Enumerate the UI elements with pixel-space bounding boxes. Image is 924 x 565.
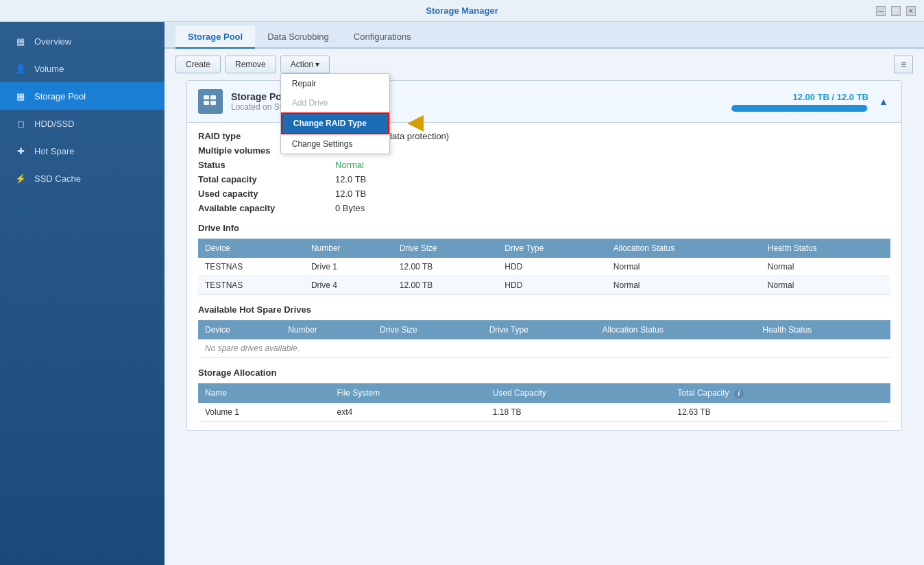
hdd-ssd-icon: ◻	[14, 117, 27, 130]
health-cell: Normal	[761, 258, 890, 276]
col-allocation-status: Allocation Status	[607, 239, 761, 258]
sa-col-filesystem: File System	[330, 383, 486, 403]
used-capacity-row: Used capacity 12.0 TB	[198, 189, 890, 199]
svg-rect-1	[204, 101, 209, 105]
used-capacity-cell: 1.18 TB	[486, 403, 670, 422]
hs-col-device: Device	[198, 320, 281, 339]
svg-rect-0	[204, 95, 209, 99]
sidebar-item-hdd-ssd[interactable]: ◻ HDD/SSD	[0, 110, 165, 137]
storage-pool-icon: ▦	[14, 89, 27, 103]
create-button[interactable]: Create	[175, 56, 221, 73]
pool-capacity-fill	[731, 105, 867, 112]
hs-col-number: Number	[281, 320, 373, 339]
list-view-button[interactable]: ≡	[894, 56, 913, 73]
tab-bar: Storage Pool Data Scrubbing Configuratio…	[165, 22, 924, 49]
tab-configurations[interactable]: Configurations	[341, 26, 424, 49]
svg-rect-3	[210, 101, 216, 105]
sa-col-used: Used Capacity	[486, 383, 670, 403]
total-capacity-label: Total capacity	[198, 174, 335, 184]
device-cell: TESTNAS	[198, 276, 304, 295]
title-bar: Storage Manager — ⬜ ✕	[0, 0, 924, 22]
total-capacity-info-icon[interactable]: i	[734, 389, 744, 398]
status-label: Status	[198, 160, 335, 170]
sidebar-item-hot-spare[interactable]: ✚ Hot Spare	[0, 137, 165, 165]
close-button[interactable]: ✕	[906, 6, 916, 16]
volume-icon: 👤	[14, 62, 27, 75]
drive-info-table: Device Number Drive Size Drive Type Allo…	[198, 239, 890, 295]
no-spare-row: No spare drives available.	[198, 339, 890, 358]
storage-allocation-table: Name File System Used Capacity Total Cap…	[198, 383, 890, 422]
restore-button[interactable]: ⬜	[891, 6, 901, 16]
sidebar-item-label: Volume	[34, 64, 64, 74]
table-row: TESTNAS Drive 4 12.00 TB HDD Normal Norm…	[198, 276, 890, 295]
main-content: Storage Pool Data Scrubbing Configuratio…	[165, 22, 924, 565]
col-number: Number	[304, 239, 393, 258]
table-row: Volume 1 ext4 1.18 TB 12.63 TB	[198, 403, 890, 422]
total-capacity-cell: 12.63 TB	[670, 403, 890, 422]
dropdown-item-change-raid-type[interactable]: Change RAID Type	[281, 112, 389, 134]
svg-rect-2	[210, 95, 216, 99]
pool-capacity-text: 12.00 TB / 12.0 TB	[731, 92, 868, 102]
sidebar-item-volume[interactable]: 👤 Volume	[0, 55, 165, 82]
col-drive-size: Drive Size	[393, 239, 498, 258]
available-capacity-value: 0 Bytes	[335, 203, 365, 213]
used-capacity-label: Used capacity	[198, 189, 335, 199]
tab-storage-pool[interactable]: Storage Pool	[175, 26, 255, 49]
remove-button[interactable]: Remove	[225, 56, 276, 73]
window-controls[interactable]: — ⬜ ✕	[876, 6, 916, 16]
dropdown-item-change-settings[interactable]: Change Settings	[281, 134, 389, 154]
toolbar-right: ≡	[894, 56, 913, 73]
sidebar-item-label: Overview	[34, 36, 71, 47]
hot-spare-table: Device Number Drive Size Drive Type Allo…	[198, 320, 890, 358]
drive-info-title: Drive Info	[198, 223, 890, 233]
type-cell: HDD	[498, 258, 607, 276]
action-button[interactable]: Action ▾	[280, 56, 330, 73]
size-cell: 12.00 TB	[393, 258, 498, 276]
pool-expand-button[interactable]: ▲	[877, 95, 890, 108]
sidebar-item-label: SSD Cache	[34, 173, 81, 184]
toolbar: Create Remove Action ▾ Repair Add Drive …	[165, 49, 924, 80]
pool-capacity-area: 12.00 TB / 12.0 TB	[731, 92, 868, 112]
scroll-area: Storage Pool 1 Located on Storage Pool 1…	[165, 80, 924, 565]
hs-col-drive-type: Drive Type	[483, 320, 596, 339]
col-drive-type: Drive Type	[498, 239, 607, 258]
sa-col-name: Name	[198, 383, 330, 403]
status-row: Status Normal	[198, 160, 890, 170]
hs-col-drive-size: Drive Size	[373, 320, 483, 339]
dropdown-item-add-drive: Add Drive	[281, 93, 389, 112]
col-device: Device	[198, 239, 304, 258]
available-capacity-label: Available capacity	[198, 203, 335, 213]
action-dropdown-container: Action ▾ Repair Add Drive Change RAID Ty…	[280, 56, 330, 73]
allocation-cell: Normal	[607, 276, 761, 295]
sidebar-item-overview[interactable]: ▦ Overview	[0, 27, 165, 55]
storage-allocation-title: Storage Allocation	[198, 368, 890, 378]
pool-capacity-bar	[731, 105, 868, 112]
device-cell: TESTNAS	[198, 258, 304, 276]
filesystem-cell: ext4	[330, 403, 486, 422]
type-cell: HDD	[498, 276, 607, 295]
total-capacity-row: Total capacity 12.0 TB	[198, 174, 890, 184]
no-spare-message: No spare drives available.	[198, 339, 890, 358]
col-health-status: Health Status	[761, 239, 890, 258]
hot-spare-title: Available Hot Spare Drives	[198, 304, 890, 315]
allocation-cell: Normal	[607, 258, 761, 276]
hs-col-health-status: Health Status	[755, 320, 890, 339]
overview-icon: ▦	[14, 34, 27, 48]
pool-details: RAID type RAID5 (With data protection) M…	[187, 123, 901, 430]
sidebar-item-label: Storage Pool	[34, 91, 86, 101]
status-value: Normal	[335, 160, 364, 170]
pool-icon	[198, 89, 223, 114]
dropdown-item-repair[interactable]: Repair	[281, 74, 389, 93]
available-capacity-row: Available capacity 0 Bytes	[198, 203, 890, 213]
app-title: Storage Manager	[426, 5, 498, 16]
sidebar-item-storage-pool[interactable]: ▦ Storage Pool	[0, 82, 165, 110]
sidebar-item-label: Hot Spare	[34, 146, 75, 156]
sidebar-item-ssd-cache[interactable]: ⚡ SSD Cache	[0, 165, 165, 192]
size-cell: 12.00 TB	[393, 276, 498, 295]
minimize-button[interactable]: —	[876, 6, 886, 16]
ssd-cache-icon: ⚡	[14, 171, 27, 185]
action-dropdown-menu: Repair Add Drive Change RAID Type Change…	[280, 73, 390, 154]
used-capacity-value: 12.0 TB	[335, 189, 366, 199]
hs-col-allocation-status: Allocation Status	[596, 320, 756, 339]
tab-data-scrubbing[interactable]: Data Scrubbing	[255, 26, 341, 49]
